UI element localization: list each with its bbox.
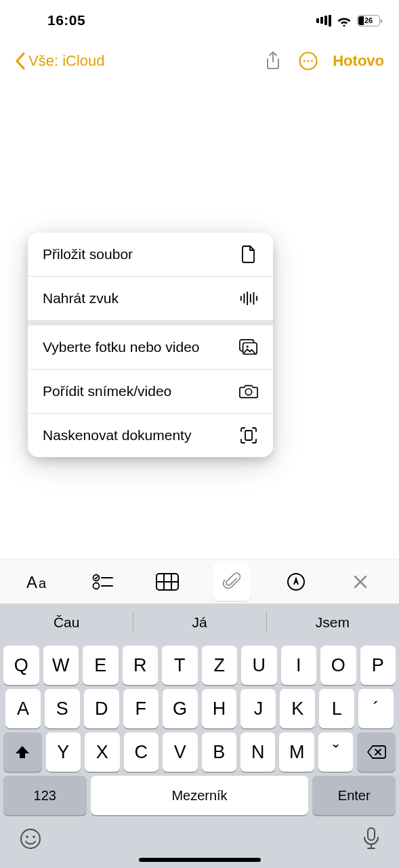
key-y[interactable]: Y bbox=[46, 732, 81, 772]
menu-item-attach-file[interactable]: Přiložit soubor bbox=[28, 233, 273, 276]
key-o[interactable]: O bbox=[320, 646, 356, 685]
key-numbers[interactable]: 123 bbox=[3, 776, 87, 815]
key-backspace[interactable] bbox=[357, 732, 396, 772]
dictation-button[interactable] bbox=[362, 827, 380, 851]
key-w[interactable]: W bbox=[43, 646, 79, 685]
svg-point-27 bbox=[26, 835, 28, 838]
note-editor[interactable]: Přiložit soubor Nahrát zvuk Vyberte fotk… bbox=[0, 81, 399, 559]
photo-stack-icon bbox=[239, 338, 258, 357]
svg-text:A: A bbox=[26, 573, 37, 591]
key-z[interactable]: Z bbox=[202, 646, 238, 685]
microphone-icon bbox=[362, 827, 380, 851]
key-shift[interactable] bbox=[3, 732, 42, 772]
navigation-bar: Vše: iCloud Hotovo bbox=[0, 41, 399, 81]
prediction-2[interactable]: Já bbox=[133, 604, 266, 642]
markup-icon bbox=[287, 572, 306, 591]
battery-icon: 26 bbox=[357, 15, 380, 26]
checklist-button[interactable] bbox=[84, 563, 122, 601]
document-icon bbox=[239, 245, 258, 264]
key-e[interactable]: E bbox=[83, 646, 119, 685]
key-a[interactable]: A bbox=[5, 689, 41, 728]
done-button[interactable]: Hotovo bbox=[333, 52, 384, 70]
camera-icon bbox=[239, 382, 258, 401]
status-indicators: 26 bbox=[315, 15, 380, 26]
svg-text:a: a bbox=[39, 576, 47, 591]
scan-icon bbox=[239, 426, 258, 445]
menu-item-take-photo[interactable]: Pořídit snímek/video bbox=[28, 370, 273, 413]
key-i[interactable]: I bbox=[281, 646, 317, 685]
markup-button[interactable] bbox=[277, 563, 315, 601]
key-v[interactable]: V bbox=[163, 732, 197, 772]
close-icon bbox=[352, 574, 369, 590]
emoji-button[interactable] bbox=[19, 827, 42, 850]
key-c[interactable]: C bbox=[124, 732, 159, 772]
status-time: 16:05 bbox=[47, 12, 85, 28]
key-m[interactable]: M bbox=[279, 732, 314, 772]
key-g[interactable]: G bbox=[163, 689, 198, 728]
keyboard-footer bbox=[0, 815, 399, 863]
ellipsis-circle-icon bbox=[298, 51, 318, 71]
svg-point-3 bbox=[311, 60, 313, 62]
checklist-icon bbox=[92, 573, 114, 591]
wifi-icon bbox=[337, 15, 352, 26]
svg-point-28 bbox=[33, 835, 35, 838]
svg-rect-29 bbox=[368, 828, 375, 840]
key-k[interactable]: K bbox=[280, 689, 315, 728]
svg-point-18 bbox=[93, 583, 100, 589]
svg-point-1 bbox=[303, 60, 306, 62]
more-button[interactable] bbox=[293, 46, 323, 76]
key-u[interactable]: U bbox=[241, 646, 277, 685]
keyboard: Čau Já Jsem Q W E R T Z U I O P A S D F … bbox=[0, 604, 399, 868]
chevron-left-icon bbox=[15, 52, 26, 70]
prediction-bar: Čau Já Jsem bbox=[0, 604, 399, 642]
key-d[interactable]: D bbox=[84, 689, 119, 728]
prediction-1[interactable]: Čau bbox=[0, 604, 133, 642]
key-accent[interactable]: ´ bbox=[358, 689, 394, 728]
key-h[interactable]: H bbox=[202, 689, 237, 728]
status-bar: 16:05 26 bbox=[0, 0, 399, 41]
svg-point-13 bbox=[245, 389, 251, 395]
backspace-icon bbox=[366, 745, 387, 760]
back-button[interactable]: Vše: iCloud bbox=[15, 52, 105, 70]
waveform-icon bbox=[239, 289, 258, 308]
key-l[interactable]: L bbox=[319, 689, 354, 728]
paperclip-icon bbox=[223, 572, 240, 592]
formatting-toolbar: Aa bbox=[0, 559, 399, 604]
text-style-button[interactable]: Aa bbox=[20, 563, 58, 601]
home-indicator[interactable] bbox=[139, 858, 261, 862]
menu-item-scan-documents[interactable]: Naskenovat dokumenty bbox=[28, 414, 273, 457]
table-icon bbox=[156, 573, 179, 591]
svg-point-26 bbox=[21, 829, 40, 848]
key-x[interactable]: X bbox=[85, 732, 119, 772]
close-toolbar-button[interactable] bbox=[341, 563, 379, 601]
key-s[interactable]: S bbox=[45, 689, 80, 728]
text-style-icon: Aa bbox=[26, 573, 51, 591]
emoji-icon bbox=[19, 827, 42, 850]
key-p[interactable]: P bbox=[360, 646, 396, 685]
key-j[interactable]: J bbox=[240, 689, 276, 728]
table-button[interactable] bbox=[148, 563, 186, 601]
key-enter[interactable]: Enter bbox=[312, 776, 396, 815]
cellular-signal-icon bbox=[315, 15, 331, 26]
key-f[interactable]: F bbox=[123, 689, 159, 728]
menu-item-label: Naskenovat dokumenty bbox=[43, 427, 191, 444]
key-t[interactable]: T bbox=[162, 646, 198, 685]
share-button[interactable] bbox=[258, 46, 288, 76]
menu-item-label: Pořídit snímek/video bbox=[43, 382, 171, 400]
menu-item-label: Vyberte fotku nebo video bbox=[43, 338, 200, 356]
key-n[interactable]: N bbox=[240, 732, 275, 772]
svg-point-2 bbox=[308, 60, 310, 62]
key-b[interactable]: B bbox=[202, 732, 236, 772]
key-q[interactable]: Q bbox=[3, 646, 39, 685]
share-icon bbox=[264, 51, 282, 71]
key-caron[interactable]: ˇ bbox=[318, 732, 353, 772]
svg-rect-14 bbox=[245, 431, 252, 440]
menu-item-choose-media[interactable]: Vyberte fotku nebo video bbox=[28, 326, 273, 369]
menu-item-label: Nahrát zvuk bbox=[43, 290, 119, 307]
shift-icon bbox=[14, 744, 30, 760]
key-space[interactable]: Mezerník bbox=[91, 776, 309, 815]
attachment-button[interactable] bbox=[213, 563, 251, 601]
prediction-3[interactable]: Jsem bbox=[266, 604, 399, 642]
menu-item-record-audio[interactable]: Nahrát zvuk bbox=[28, 277, 273, 320]
key-r[interactable]: R bbox=[123, 646, 159, 685]
